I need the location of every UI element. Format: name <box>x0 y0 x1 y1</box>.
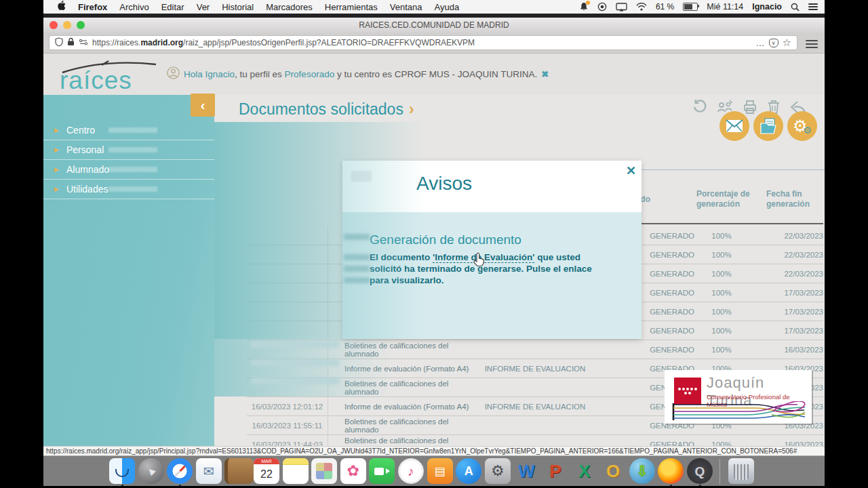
apple-menu-icon[interactable] <box>57 1 66 13</box>
cell-c6: 22/03/2023 <box>749 232 823 240</box>
word-dock-icon[interactable]: W <box>513 458 539 484</box>
menubar-item-archivo[interactable]: Archivo <box>119 2 149 12</box>
itunes-dock-icon[interactable]: ♪ <box>398 458 424 484</box>
menubar-item-editar[interactable]: Editar <box>161 2 184 12</box>
sidebar-item-utilidades[interactable]: ▶Utilidades <box>43 180 214 199</box>
cell-c1 <box>247 226 328 245</box>
quicktime-dock-icon[interactable]: Q <box>687 458 713 484</box>
menubar-item-historial[interactable]: Historial <box>222 2 254 12</box>
sidebar-item-personal[interactable]: ▶Personal <box>43 140 214 160</box>
url-bar[interactable]: https://raices.madrid.org/raiz_app/jsp/P… <box>49 35 797 50</box>
messages-button[interactable] <box>719 111 749 141</box>
firefox-menu-icon[interactable] <box>806 38 818 50</box>
url-text[interactable]: https://raices.madrid.org/raiz_app/jsp/P… <box>92 38 752 47</box>
safari-dock-icon[interactable] <box>167 458 193 484</box>
wifi-icon[interactable] <box>636 3 647 11</box>
menubar-clock[interactable]: Mié 11:14 <box>707 2 743 12</box>
photos-collage-dock-icon[interactable] <box>311 458 337 484</box>
calendar-dock-icon[interactable]: MAR22 <box>254 458 279 484</box>
history-icon[interactable] <box>692 99 708 115</box>
redaction <box>108 167 157 172</box>
user-avatar-icon <box>167 66 180 81</box>
redaction <box>251 359 339 366</box>
column-header-fecha-fin[interactable]: Fecha fin generación <box>766 189 827 209</box>
bookmark-star-icon[interactable]: ☆ <box>783 37 791 49</box>
mail-dock-icon[interactable]: ✉ <box>196 458 222 484</box>
status-url: https://raices.madrid.org/raiz_app/jsp/P… <box>46 447 797 455</box>
redaction <box>108 147 157 152</box>
notification-center-icon[interactable] <box>808 2 818 12</box>
downloads-globe-dock-icon[interactable]: ⇩ <box>629 458 655 484</box>
menubar-item-herramientas[interactable]: Herramientas <box>325 2 378 12</box>
cell-c1 <box>247 302 328 321</box>
dock-separator <box>719 459 720 484</box>
cell-c2: Boletines de calificaciones del alumnado <box>328 380 484 396</box>
menubar-item-marcadores[interactable]: Marcadores <box>266 2 313 12</box>
outlook-dock-icon[interactable]: O <box>600 458 626 484</box>
redaction <box>344 234 370 240</box>
launchpad-dock-icon[interactable]: ▲ <box>138 458 164 484</box>
cell-c5: 100% <box>694 327 749 335</box>
toolbar-action-icons <box>692 99 807 115</box>
greeting-profile: Profesorado <box>285 69 335 79</box>
sidebar-item-centro[interactable]: ▶Centro <box>43 121 214 140</box>
contacts-dock-icon[interactable] <box>224 458 254 484</box>
screen: Firefox ArchivoEditarVerHistorialMarcado… <box>43 0 825 488</box>
redaction <box>108 127 157 133</box>
column-header-porcentaje[interactable]: Porcentaje de generación <box>696 189 767 209</box>
photos-dock-icon[interactable]: ✿ <box>340 458 366 484</box>
powerpoint-dock-icon[interactable]: P <box>542 458 568 484</box>
ibooks-dock-icon[interactable]: ▤ <box>427 458 453 484</box>
triangle-right-icon: ▶ <box>54 160 59 179</box>
hand-cursor <box>472 252 486 271</box>
menubar-item-ventana[interactable]: Ventana <box>390 2 422 12</box>
cell-c5: 100% <box>694 270 749 278</box>
permissions-icon[interactable] <box>79 38 88 47</box>
settings-button[interactable]: ⚙⚙ <box>787 111 817 141</box>
page-actions-icon[interactable]: … <box>756 38 765 48</box>
documents-button[interactable] <box>753 111 783 141</box>
cell-c6: 16/03/2023 <box>749 346 823 354</box>
menubar-app-name[interactable]: Firefox <box>78 2 107 12</box>
notice-heading: Generación de documento <box>370 232 521 247</box>
excel-dock-icon[interactable]: X <box>572 458 597 484</box>
firefox-dock-icon[interactable] <box>658 458 684 484</box>
pocket-icon[interactable]: ∨ <box>769 39 778 47</box>
spotlight-search-icon[interactable] <box>791 3 800 12</box>
change-profile-icon[interactable]: ✖ <box>541 69 549 79</box>
modal-close-icon[interactable]: ✕ <box>626 163 636 178</box>
notice-text: El documento 'Informe de Evaluación' que… <box>370 251 607 286</box>
greeting-center: CPROF MUS - JOAQUIN TURINA. <box>395 69 538 79</box>
facetime-dock-icon[interactable] <box>369 458 395 484</box>
trash-dock-icon[interactable] <box>728 458 754 484</box>
lock-icon[interactable] <box>67 37 75 48</box>
cell-c2: Boletines de calificaciones del alumnado <box>328 342 484 358</box>
notification-bell-icon[interactable] <box>579 2 589 12</box>
tracking-shield-icon[interactable] <box>55 37 63 49</box>
sidebar-collapse-button[interactable]: ‹ <box>191 94 215 117</box>
window-title: RAICES.CED.COMUNIDAD DE MADRID <box>43 20 825 30</box>
macos-menubar: Firefox ArchivoEditarVerHistorialMarcado… <box>43 0 825 14</box>
menubar-item-ver[interactable]: Ver <box>197 2 210 12</box>
cell-c2: Boletines de calificaciones del alumnado <box>328 418 484 434</box>
cell-c5: 100% <box>694 232 749 240</box>
notes-dock-icon[interactable] <box>283 458 309 484</box>
cell-c6: 22/03/2023 <box>749 251 823 259</box>
raices-logo[interactable]: raíces <box>60 60 168 94</box>
display-mirroring-icon[interactable] <box>616 3 627 12</box>
menubar-item-ayuda[interactable]: Ayuda <box>435 2 460 12</box>
print-icon[interactable] <box>742 99 758 115</box>
system-preferences-dock-icon[interactable]: ⚙ <box>485 458 511 484</box>
browser-navbar: https://raices.madrid.org/raiz_app/jsp/P… <box>43 33 825 54</box>
cell-c1 <box>247 264 328 283</box>
redaction <box>344 266 370 272</box>
modal-title: Avisos <box>383 173 505 195</box>
music-staff-graphic <box>670 401 807 422</box>
app-store-dock-icon[interactable]: A <box>456 458 481 484</box>
screen-record-icon[interactable] <box>597 2 607 12</box>
sidebar-item-alumnado[interactable]: ▶Alumnado <box>43 160 214 180</box>
battery-icon <box>683 3 698 11</box>
redaction <box>351 171 372 182</box>
finder-dock-icon[interactable] <box>109 458 135 484</box>
menubar-user[interactable]: Ignacio <box>752 2 782 12</box>
